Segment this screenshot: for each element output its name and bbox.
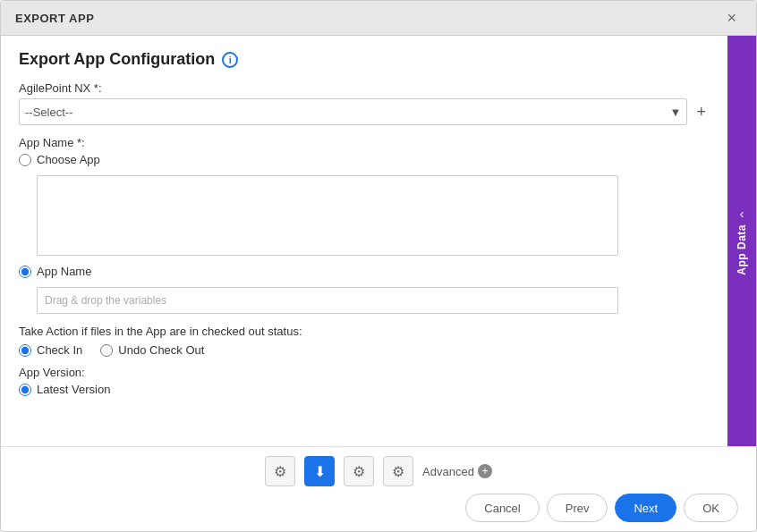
footer-icons-row: ⚙ ⬇ ⚙ ⚙ Advanced +: [19, 456, 738, 486]
download-button[interactable]: ⬇: [304, 456, 335, 486]
agilepoint-add-button[interactable]: +: [693, 104, 710, 120]
choose-app-label: Choose App: [37, 153, 100, 166]
modal-body: Export App Configuration i AgilePoint NX…: [1, 36, 756, 446]
choose-app-radio[interactable]: [19, 154, 31, 166]
app-name-group: App Name *: Choose App App Name Drag & d: [19, 136, 710, 314]
app-name-radio[interactable]: [19, 266, 31, 278]
advanced-label: Advanced: [422, 465, 474, 478]
app-name-option-label: App Name: [37, 265, 91, 278]
close-button[interactable]: ×: [721, 8, 742, 28]
action-label: Take Action if files in the App are in c…: [19, 325, 710, 338]
agilepoint-select-value: --Select--: [25, 106, 72, 119]
cancel-button[interactable]: Cancel: [465, 494, 539, 522]
side-panel-chevron-icon: ‹: [740, 207, 744, 221]
check-in-radio[interactable]: [19, 344, 31, 357]
advanced-button[interactable]: Advanced +: [422, 464, 492, 478]
app-name-radio-group: Choose App App Name Drag & drop the vari…: [19, 153, 710, 314]
app-name-option[interactable]: App Name: [19, 265, 710, 278]
undo-radio[interactable]: [100, 344, 113, 357]
modal-header: EXPORT APP ×: [1, 1, 756, 36]
ok-button[interactable]: OK: [684, 494, 738, 522]
agilepoint-select[interactable]: --Select-- ▼: [19, 98, 687, 125]
app-version-label: App Version:: [19, 366, 710, 379]
action-section: Take Action if files in the App are in c…: [19, 325, 710, 357]
side-panel-label: App Data: [736, 224, 748, 275]
side-panel[interactable]: ‹ App Data: [727, 36, 756, 446]
modal-title: EXPORT APP: [15, 12, 94, 25]
settings-button-1[interactable]: ⚙: [265, 456, 295, 486]
settings-button-2[interactable]: ⚙: [344, 456, 374, 486]
section-title-row: Export App Configuration i: [19, 50, 710, 69]
app-version-group: App Version: Latest Version: [19, 366, 710, 396]
undo-option[interactable]: Undo Check Out: [100, 343, 204, 357]
action-radio-group: Check In Undo Check Out: [19, 343, 710, 357]
app-name-label: App Name *:: [19, 136, 710, 149]
agilepoint-select-wrapper: --Select-- ▼ +: [19, 98, 710, 125]
choose-app-textarea[interactable]: [37, 175, 618, 256]
prev-button[interactable]: Prev: [547, 494, 608, 522]
agilepoint-label: AgilePoint NX *:: [19, 81, 710, 95]
next-button[interactable]: Next: [615, 494, 676, 522]
advanced-plus-icon: +: [478, 464, 492, 478]
export-app-modal: EXPORT APP × Export App Configuration i …: [0, 0, 757, 532]
choose-app-option[interactable]: Choose App: [19, 153, 710, 166]
agilepoint-select-arrow: ▼: [670, 106, 682, 119]
check-in-label: Check In: [37, 343, 82, 357]
section-title-text: Export App Configuration: [19, 50, 215, 69]
check-in-option[interactable]: Check In: [19, 343, 82, 357]
latest-version-option[interactable]: Latest Version: [19, 383, 710, 396]
drag-drop-placeholder: Drag & drop the variables: [45, 294, 166, 307]
latest-version-radio[interactable]: [19, 384, 31, 396]
settings-button-3[interactable]: ⚙: [383, 456, 413, 486]
info-icon[interactable]: i: [222, 52, 238, 68]
modal-footer: ⚙ ⬇ ⚙ ⚙ Advanced + Cancel Prev Next OK: [1, 446, 756, 531]
footer-actions-row: Cancel Prev Next OK: [19, 494, 738, 522]
undo-label: Undo Check Out: [118, 343, 204, 357]
latest-version-label: Latest Version: [37, 383, 110, 396]
drag-drop-input[interactable]: Drag & drop the variables: [37, 287, 618, 314]
main-content: Export App Configuration i AgilePoint NX…: [1, 36, 727, 446]
agilepoint-group: AgilePoint NX *: --Select-- ▼ +: [19, 81, 710, 125]
